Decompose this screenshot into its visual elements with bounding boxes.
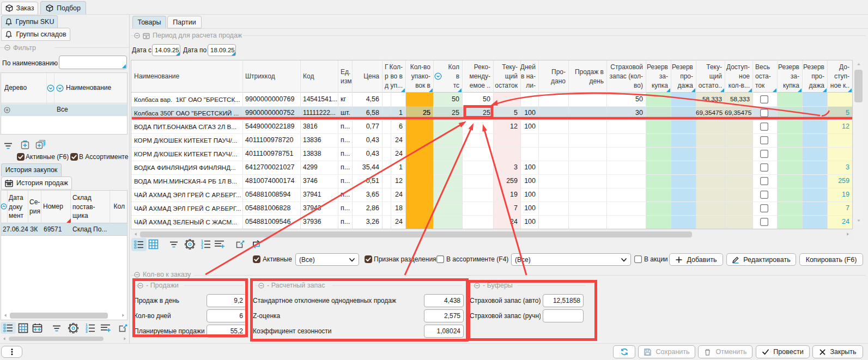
svg-text:3: 3	[86, 330, 88, 333]
svg-text:3: 3	[201, 246, 203, 249]
